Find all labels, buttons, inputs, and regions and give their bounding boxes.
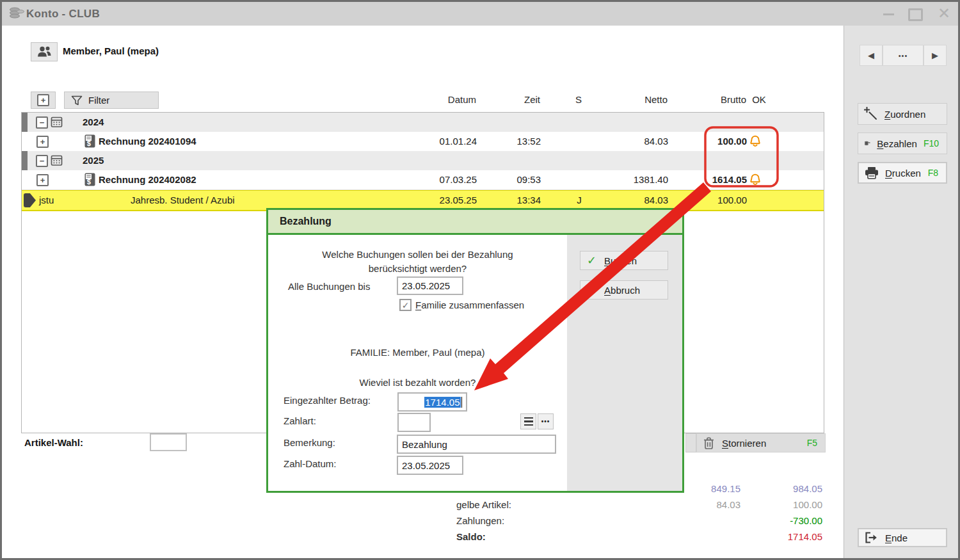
totals-saldo-row: Saldo: 1714.05 bbox=[2, 529, 958, 545]
total-saldo-label: Saldo: bbox=[456, 529, 486, 545]
table-row-invoice[interactable]: + $ Rechnung 202402082 07.03.25 09:53 13… bbox=[22, 170, 824, 190]
exit-icon bbox=[865, 532, 879, 543]
cell-article-description: Jahresb. Student / Azubi bbox=[131, 191, 235, 210]
year-group-label: 2024 bbox=[83, 113, 104, 132]
zahlart-list-button[interactable] bbox=[520, 413, 536, 429]
printer-icon bbox=[865, 166, 879, 179]
cell-brutto: 100.00 bbox=[676, 132, 747, 151]
zahlart-input[interactable] bbox=[397, 413, 431, 432]
bezahlung-dialog: Bezahlung ✕ Welche Buchungen sollen bei … bbox=[266, 208, 684, 493]
familie-info: FAMILIE: Member, Paul (mepa) bbox=[268, 347, 567, 358]
svg-text:$: $ bbox=[87, 140, 91, 147]
stornieren-fkey: F5 bbox=[807, 438, 825, 448]
table-row-invoice[interactable]: + $ Rechnung 202401094 01.01.24 13:52 84… bbox=[22, 132, 824, 152]
buchen-button[interactable]: ✓ Buchen bbox=[580, 251, 668, 270]
text-caret bbox=[461, 397, 463, 408]
total-open-brutto: 984.05 bbox=[752, 481, 822, 497]
close-button[interactable]: ✕ bbox=[938, 2, 950, 25]
bezahlen-fkey: F10 bbox=[924, 138, 947, 148]
zahl-datum-input[interactable]: 23.05.2025 bbox=[397, 456, 463, 475]
drucken-fkey: F8 bbox=[928, 168, 946, 178]
cell-brutto: 1614.05 bbox=[676, 170, 747, 189]
cell-netto: 1381.40 bbox=[598, 170, 668, 189]
cell-datum: 01.01.24 bbox=[406, 132, 477, 151]
cross-icon: ✕ bbox=[587, 283, 596, 297]
prev-record-button[interactable]: ◀ bbox=[860, 45, 883, 66]
zahl-datum-label: Zahl-Datum: bbox=[284, 456, 337, 472]
table-header: Datum Zeit S Netto Brutto OK bbox=[21, 92, 823, 108]
year-group-label: 2025 bbox=[83, 151, 104, 170]
cell-datum: 23.05.25 bbox=[406, 191, 477, 210]
familie-checkbox[interactable]: ✓ bbox=[399, 299, 412, 311]
zuordnen-label: Zuordnen bbox=[884, 109, 925, 120]
minimize-button[interactable] bbox=[883, 13, 894, 15]
collapse-toggle-icon[interactable]: − bbox=[36, 116, 48, 129]
cell-netto: 84.03 bbox=[598, 132, 668, 151]
dialog-button-panel bbox=[567, 235, 682, 491]
invoice-label: Rechnung 202401094 bbox=[99, 132, 196, 151]
table-row-year-2024[interactable]: − 2024 bbox=[22, 113, 824, 132]
alle-buchungen-date-input[interactable]: 23.05.2025 bbox=[397, 276, 463, 295]
column-header-s[interactable]: S bbox=[569, 92, 588, 108]
totals-gelbe-artikel-row: gelbe Artikel: 84.03 100.00 bbox=[2, 497, 958, 513]
familie-checkbox-label: Familie zusammenfassen bbox=[415, 299, 524, 311]
row-marker-icon bbox=[24, 193, 36, 207]
zahlart-ellipsis-button[interactable]: ••• bbox=[538, 413, 554, 429]
drucken-button[interactable]: Drucken F8 bbox=[858, 162, 947, 184]
bemerkung-label: Bemerkung: bbox=[284, 435, 335, 451]
expand-toggle-icon[interactable]: + bbox=[36, 174, 49, 186]
member-icon-button[interactable] bbox=[31, 42, 58, 61]
abbruch-label: Abbruch bbox=[604, 285, 640, 296]
people-icon bbox=[36, 45, 52, 58]
cell-article-code: jstu bbox=[39, 191, 54, 210]
window-title: Konto - CLUB bbox=[26, 2, 100, 26]
total-saldo-brutto: 1714.05 bbox=[752, 529, 822, 545]
dialog-question-line2: berücksichtigt werden? bbox=[268, 263, 567, 274]
bemerkung-input[interactable]: Bezahlung bbox=[397, 435, 556, 454]
table-row-year-2025[interactable]: − 2025 bbox=[22, 151, 824, 171]
column-header-datum[interactable]: Datum bbox=[406, 92, 476, 108]
bezahlen-button[interactable]: Bezahlen F10 bbox=[858, 132, 947, 154]
dialog-titlebar: Bezahlung ✕ bbox=[268, 210, 682, 235]
calendar-icon bbox=[51, 116, 63, 128]
bemerkung-value: Bezahlung bbox=[402, 439, 447, 450]
dialog-body: Welche Buchungen sollen bei der Bezahlun… bbox=[268, 235, 682, 491]
member-name: Member, Paul (mepa) bbox=[63, 42, 159, 60]
alle-buchungen-label: Alle Buchungen bis bbox=[288, 278, 370, 294]
stornieren-button[interactable]: Stornieren F5 bbox=[696, 433, 826, 452]
eingezahlter-betrag-input[interactable]: 1714.05 bbox=[397, 392, 467, 412]
alert-bell-icon bbox=[749, 134, 762, 148]
alle-buchungen-date-value: 23.05.2025 bbox=[402, 280, 450, 291]
dialog-title: Bezahlung bbox=[280, 210, 332, 233]
artikel-wahl-input[interactable] bbox=[150, 433, 187, 451]
ende-button[interactable]: Ende bbox=[858, 528, 947, 547]
totals-zahlungen-row: Zahlungen: -730.00 bbox=[2, 513, 958, 529]
column-header-zeit[interactable]: Zeit bbox=[483, 92, 540, 108]
column-header-brutto[interactable]: Brutto bbox=[676, 92, 746, 108]
drucken-label: Drucken bbox=[885, 168, 921, 179]
partially-hidden-button[interactable] bbox=[685, 433, 696, 452]
cell-netto: 84.03 bbox=[598, 191, 668, 210]
dialog-close-button[interactable]: ✕ bbox=[663, 210, 675, 232]
maximize-button[interactable] bbox=[908, 8, 923, 21]
cell-zeit: 09:53 bbox=[483, 170, 541, 189]
more-records-button[interactable]: ••• bbox=[883, 45, 924, 66]
zuordnen-button[interactable]: Zuordnen bbox=[858, 103, 947, 125]
app-coins-icon bbox=[8, 6, 25, 22]
cell-s: J bbox=[570, 191, 589, 210]
ende-label: Ende bbox=[885, 532, 908, 543]
abbruch-button[interactable]: ✕ Abbruch bbox=[580, 280, 668, 300]
column-header-ok[interactable]: OK bbox=[746, 92, 772, 108]
total-gelbe-artikel-brutto: 100.00 bbox=[752, 497, 822, 513]
cell-zeit: 13:52 bbox=[483, 132, 541, 151]
dialog-question-line1: Welche Buchungen sollen bei der Bezahlun… bbox=[268, 249, 567, 260]
collapse-toggle-icon[interactable]: − bbox=[36, 155, 48, 167]
column-header-netto[interactable]: Netto bbox=[597, 92, 668, 108]
cell-brutto: 100.00 bbox=[676, 191, 747, 210]
trash-icon bbox=[703, 436, 714, 450]
check-icon: ✓ bbox=[587, 253, 596, 268]
next-record-button[interactable]: ▶ bbox=[924, 45, 947, 66]
expand-toggle-icon[interactable]: + bbox=[36, 136, 49, 148]
zahlart-label: Zahlart: bbox=[284, 413, 316, 429]
list-icon bbox=[524, 417, 533, 426]
